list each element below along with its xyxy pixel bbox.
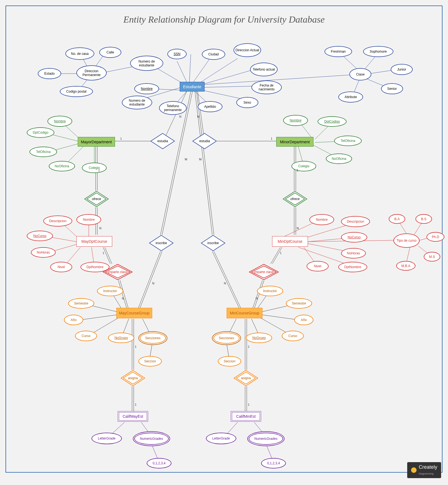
attr-maydpt-nohoras: NoHoras xyxy=(31,247,56,258)
attr-maycg-curso: Curso xyxy=(75,331,97,341)
logo-tagline: Diagramming xyxy=(419,472,434,475)
attr-cod-postal: Codigo postal xyxy=(60,86,93,97)
card-m2: M xyxy=(199,158,202,161)
attr-estado: Estado xyxy=(38,68,61,79)
attr-maydpt-nivel: Nivel xyxy=(50,262,72,272)
attr-maycg-secciones: Secciones xyxy=(140,333,166,344)
entity-may-course-group: MayCourseGroup xyxy=(116,308,152,318)
card-1-1: 1 xyxy=(120,137,122,140)
card-1-8: 1 xyxy=(248,345,250,348)
card-1-7: 1 xyxy=(135,345,136,348)
attr-freshman: Freshman xyxy=(324,46,352,57)
diagram-title: Entity Relationship Diagram for Universi… xyxy=(6,14,442,25)
attr-minor-dptcodigo: DptCodigo xyxy=(318,116,347,127)
rel-asigna-2: asigna xyxy=(234,370,258,386)
entity-mayor-department: MayorDepartment xyxy=(78,137,115,147)
attr-junior: Junior xyxy=(391,64,413,75)
card-n4: N xyxy=(297,227,299,230)
entity-calif-min-est: CalifMinEst xyxy=(231,411,261,422)
attr-mindpt-nocurso: NoCurso xyxy=(341,232,367,242)
rel-inscribe-2: inscribe xyxy=(201,235,226,251)
svg-line-76 xyxy=(197,91,214,235)
entity-calif-may-est: CalifMayEst xyxy=(118,411,148,422)
attr-dir-actual: Direccion Actual xyxy=(234,43,261,57)
svg-line-1 xyxy=(189,54,191,82)
attr-senior: Senior xyxy=(381,83,403,94)
rel-inscribe-1: inscribe xyxy=(149,235,174,251)
attr-mindpt-nivel: Nivel xyxy=(307,261,329,271)
svg-line-81 xyxy=(78,315,118,320)
attr-mayor-colegio: Colegio xyxy=(82,163,107,173)
svg-line-77 xyxy=(212,251,239,308)
attr-califmay-letter: LetterGrade xyxy=(92,433,122,444)
rel-estudia-2: estudia xyxy=(192,133,217,149)
card-1-3: 1 xyxy=(98,169,100,172)
attr-califmin-vals: 0,1,2,3,4 xyxy=(261,458,286,468)
attr-minor-teloficina: TelOficina xyxy=(334,136,362,146)
entity-estudiante: Estudiante xyxy=(180,82,205,91)
attr-num-est2: Numero de estudiante xyxy=(130,56,163,71)
entity-min-dpt-course: MinDptCourse xyxy=(272,236,308,247)
attr-ssn: SSN xyxy=(167,49,187,59)
attr-maycg-nogrupo: NoGrupo xyxy=(108,333,134,343)
attr-mayor-dptcodigo: DptCodigo xyxy=(27,127,54,138)
rel-asigna-1: asigna xyxy=(120,370,145,386)
card-n6: N xyxy=(256,297,258,300)
attr-tel-actual: Telefono actual xyxy=(250,63,278,76)
creately-logo: CreatelyDiagramming xyxy=(407,462,441,478)
attr-maycg-ano: Año xyxy=(64,315,83,325)
attr-apellido: Apellido xyxy=(198,101,222,112)
attr-calle: Calle xyxy=(99,47,121,58)
attr-mincg-nogrupo: NoGrupo xyxy=(246,333,272,343)
attr-mincg-curso: Curso xyxy=(282,331,304,341)
attr-califmin-letter: LetterGrade xyxy=(206,433,236,444)
svg-line-4 xyxy=(202,69,254,85)
card-1-5: 1 xyxy=(103,251,104,255)
attr-mayor-nombre: Nombre xyxy=(47,116,72,127)
bulb-icon xyxy=(411,467,417,473)
attr-phd: Ph.D xyxy=(426,232,444,242)
rel-ofrece-2: ofrece xyxy=(283,191,307,207)
svg-line-3 xyxy=(199,58,238,83)
card-n2: N xyxy=(197,115,199,118)
card-n7: N xyxy=(152,282,154,285)
attr-maycg-seccion: Seccion xyxy=(138,356,162,367)
card-n3: N xyxy=(99,227,101,230)
svg-line-63 xyxy=(103,247,110,264)
attr-clase: Clase xyxy=(349,68,371,80)
attr-mincg-semestre: Semestre xyxy=(286,298,312,309)
attr-minor-nooficina: NoOficina xyxy=(326,153,352,164)
attr-califmay-numeric: NumericGrades xyxy=(134,433,169,445)
rel-estudia-1: estudia xyxy=(150,133,175,149)
logo-brand: Creately xyxy=(419,464,437,470)
attr-tipo-curso: Tipo de curso xyxy=(393,233,420,248)
svg-line-78 xyxy=(214,251,241,308)
attr-sexo: Sexo xyxy=(236,97,258,108)
card-n5: N xyxy=(122,297,124,300)
rel-ofrece-1: ofrece xyxy=(84,191,109,207)
attr-minor-nombre: Nombre xyxy=(283,115,308,126)
svg-line-66 xyxy=(120,280,128,308)
card-m1: M xyxy=(185,158,187,161)
attr-ba: B.A xyxy=(389,214,405,224)
attr-ms: M.S xyxy=(424,252,440,262)
attr-mincg-seccion: Seccion xyxy=(218,356,241,367)
attr-mindpt-descripcion: Descripcion xyxy=(341,216,370,227)
diagram-page: Entity Relationship Diagram for Universi… xyxy=(0,0,448,485)
attr-maydpt-dptnombre: DptNombre xyxy=(81,262,109,272)
svg-line-68 xyxy=(272,247,282,264)
attr-maydpt-nocurso: NoCurso xyxy=(27,231,53,241)
entity-minor-department: MinorDepartment xyxy=(276,137,313,147)
attr-mincg-secciones: Secciones xyxy=(213,333,240,344)
attr-califmin-numeric: NumericGrades xyxy=(249,433,283,445)
entity-min-course-group: MinCourseGroup xyxy=(227,308,262,318)
card-n1: N xyxy=(179,115,181,118)
svg-line-0 xyxy=(177,61,187,82)
attr-mindpt-nohoras: NoHoras xyxy=(341,248,366,258)
attr-minor-colegio: Colegio xyxy=(291,161,316,171)
attr-mba: M.B.A xyxy=(396,261,415,271)
svg-line-75 xyxy=(195,91,212,235)
attr-fecha-nac: Fecha de nacimiento xyxy=(251,80,282,94)
svg-line-64 xyxy=(105,247,112,264)
card-1-2: 1 xyxy=(271,137,272,140)
